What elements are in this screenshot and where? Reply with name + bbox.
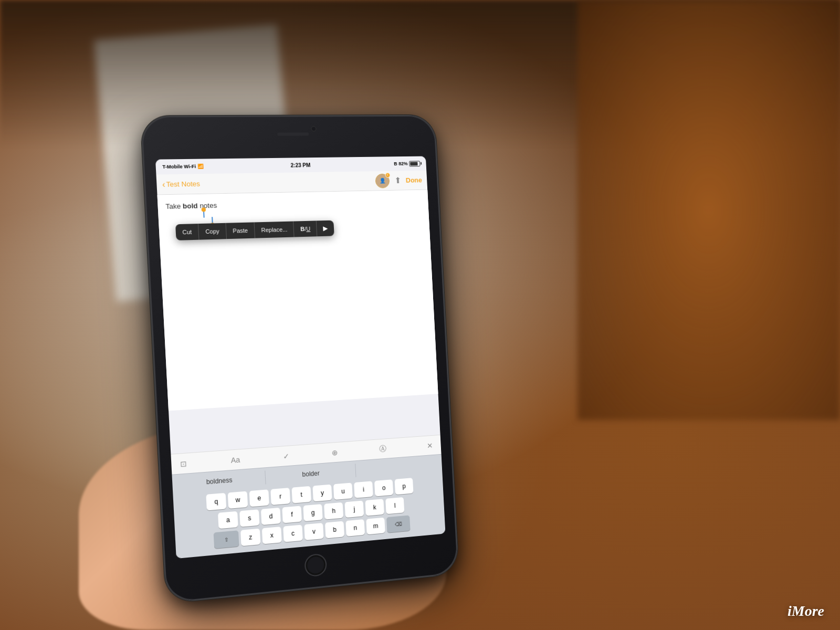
- context-paste-button[interactable]: Paste: [226, 222, 255, 239]
- close-icon[interactable]: ✕: [427, 441, 433, 449]
- key-n[interactable]: n: [345, 519, 365, 537]
- key-x[interactable]: x: [262, 527, 282, 544]
- bluetooth-icon: B: [394, 161, 397, 166]
- key-e[interactable]: e: [249, 489, 269, 507]
- key-d[interactable]: d: [261, 508, 281, 525]
- imore-watermark: iMore: [788, 603, 824, 620]
- key-y[interactable]: y: [312, 485, 332, 502]
- key-z[interactable]: z: [240, 529, 260, 547]
- key-s[interactable]: s: [239, 509, 259, 527]
- format-icon[interactable]: Aa: [230, 455, 240, 465]
- key-v[interactable]: v: [304, 523, 323, 540]
- key-f[interactable]: f: [282, 506, 302, 523]
- notes-content[interactable]: Take bold notes Cut Copy Paste Replace..…: [158, 190, 438, 411]
- suggest-empty: [355, 460, 442, 474]
- phone-camera: [311, 126, 316, 131]
- done-button[interactable]: Done: [406, 176, 423, 184]
- context-biu-button[interactable]: B / U: [293, 220, 317, 237]
- share-button[interactable]: ⬆: [394, 175, 401, 185]
- carrier-text: T-Mobile Wi-Fi: [162, 164, 196, 170]
- notes-area[interactable]: Take bold notes Cut Copy Paste Replace..…: [158, 190, 440, 454]
- notes-bold: bold: [183, 202, 198, 210]
- context-replace-button[interactable]: Replace...: [254, 222, 295, 238]
- phone-speaker: [277, 132, 309, 135]
- key-b[interactable]: b: [325, 521, 344, 538]
- key-i[interactable]: i: [354, 481, 373, 498]
- back-button[interactable]: ‹ Test Notes: [162, 179, 201, 190]
- checklist-icon[interactable]: ⊡: [180, 459, 187, 468]
- key-backspace[interactable]: ⌫: [386, 515, 411, 532]
- battery-percent: 82%: [398, 161, 408, 166]
- key-j[interactable]: j: [344, 500, 364, 518]
- back-label: Test Notes: [166, 180, 200, 188]
- nav-right-actions: 👤 + ⬆ Done: [375, 173, 423, 188]
- context-more-button[interactable]: ▶: [317, 220, 334, 237]
- context-menu: Cut Copy Paste Replace... B / U ▶: [175, 220, 334, 240]
- battery-fill: [410, 162, 417, 165]
- context-copy-button[interactable]: Copy: [198, 223, 227, 240]
- key-c[interactable]: c: [283, 524, 303, 542]
- person-add-button[interactable]: 👤 +: [375, 173, 390, 188]
- wifi-icon: 📶: [197, 164, 204, 169]
- key-m[interactable]: m: [366, 518, 385, 535]
- key-a[interactable]: a: [218, 511, 238, 529]
- key-q[interactable]: q: [206, 493, 226, 511]
- key-t[interactable]: t: [291, 486, 311, 503]
- key-shift[interactable]: ⇧: [214, 530, 239, 549]
- selection-handle-top: [203, 210, 205, 217]
- phone-body: T-Mobile Wi-Fi 📶 2:23 PM B 82%: [141, 116, 458, 603]
- phone-home-button[interactable]: [304, 553, 327, 577]
- add-icon[interactable]: ⊕: [331, 448, 338, 457]
- status-right: B 82%: [394, 161, 420, 166]
- key-g[interactable]: g: [303, 504, 322, 521]
- person-add-badge: +: [385, 172, 390, 177]
- notes-prefix: Take: [165, 202, 183, 211]
- key-u[interactable]: u: [333, 482, 353, 500]
- key-r[interactable]: r: [270, 488, 290, 505]
- phone-screen: T-Mobile Wi-Fi 📶 2:23 PM B 82%: [155, 156, 445, 559]
- battery-icon: [409, 161, 420, 166]
- status-time: 2:23 PM: [290, 162, 310, 168]
- context-cut-button[interactable]: Cut: [175, 224, 200, 240]
- key-l[interactable]: l: [385, 497, 404, 514]
- key-p[interactable]: p: [395, 478, 414, 495]
- key-w[interactable]: w: [228, 491, 248, 509]
- back-arrow-icon: ‹: [162, 180, 166, 190]
- status-left: T-Mobile Wi-Fi 📶: [162, 164, 204, 170]
- checkmark-icon[interactable]: ✓: [283, 452, 290, 460]
- notes-suffix: notes: [197, 202, 217, 210]
- key-o[interactable]: o: [374, 479, 393, 496]
- person-icon: 👤: [379, 178, 385, 184]
- compose-icon[interactable]: Ⓐ: [379, 444, 386, 454]
- key-k[interactable]: k: [365, 499, 384, 516]
- key-h[interactable]: h: [324, 502, 343, 520]
- phone: T-Mobile Wi-Fi 📶 2:23 PM B 82%: [141, 116, 458, 603]
- background-right: [578, 0, 840, 420]
